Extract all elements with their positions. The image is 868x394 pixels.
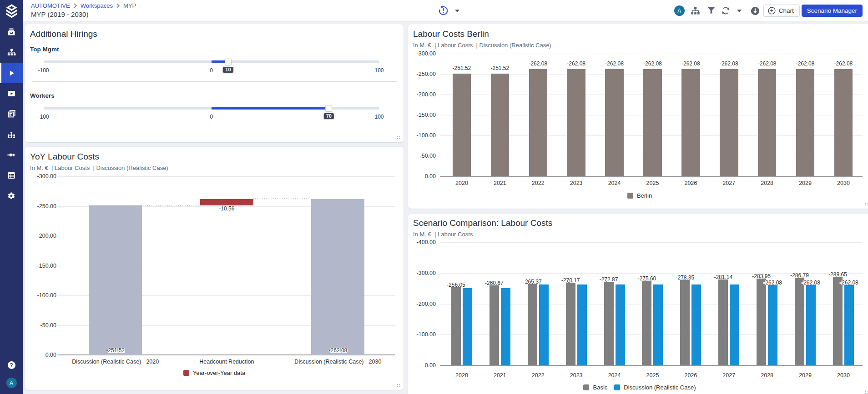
bar-berlin[interactable]	[681, 69, 700, 176]
bar-berlin[interactable]	[796, 69, 815, 176]
y-axis-tick-label: -300.00	[417, 50, 436, 57]
bar-basic[interactable]	[757, 278, 766, 365]
x-axis-category-label: 2021	[494, 180, 506, 186]
bar-data-label: -260.67	[485, 280, 504, 286]
history-dropdown-button[interactable]	[454, 9, 460, 13]
y-axis-tick-label: -50.00	[40, 322, 56, 329]
bar-discussion[interactable]	[616, 284, 625, 365]
chart-legend: BasicDiscussion (Realistic Case)	[408, 384, 868, 391]
bar-berlin[interactable]	[567, 69, 585, 176]
bar-data-label: -262.08	[681, 60, 700, 67]
card-resize-handle[interactable]	[865, 203, 868, 205]
refresh-button[interactable]	[721, 6, 730, 15]
bar-data-label: -262.08	[720, 60, 738, 67]
bar-basic[interactable]	[718, 279, 728, 365]
hierarchy-icon	[691, 7, 700, 15]
add-chart-button[interactable]: Chart	[763, 5, 800, 17]
hierarchy-button[interactable]	[691, 7, 700, 15]
bar-berlin[interactable]	[643, 69, 662, 176]
sidebar-item-data-flow[interactable]	[0, 145, 23, 165]
bar-berlin[interactable]	[758, 69, 777, 176]
bar-berlin[interactable]	[720, 69, 738, 176]
help-button[interactable]: ?	[8, 361, 15, 369]
bar-berlin[interactable]	[491, 74, 510, 176]
card-resize-handle[interactable]	[397, 384, 400, 387]
bar-basic[interactable]	[833, 276, 843, 365]
slider-value-badge: 10	[223, 67, 233, 73]
slider-handle[interactable]	[325, 105, 332, 112]
legend-item[interactable]: Discussion (Realistic Case)	[614, 384, 696, 391]
bar-discussion[interactable]	[653, 284, 663, 365]
x-axis-category-label: 2023	[570, 372, 583, 379]
slider-handle[interactable]	[225, 59, 232, 65]
play-icon	[6, 68, 16, 78]
x-axis-category-label: 2027	[722, 180, 735, 186]
bar-discussion[interactable]	[463, 288, 472, 365]
restore-history-button[interactable]	[438, 5, 449, 16]
legend-item[interactable]: Year-over-Year data	[183, 369, 245, 376]
breadcrumb-item-0[interactable]: AUTOMOTIVE	[31, 2, 70, 9]
x-axis-category-label: 2023	[570, 180, 583, 186]
bar-basic[interactable]	[528, 284, 537, 365]
resize-dot	[399, 136, 400, 137]
bar-discussion[interactable]	[539, 284, 549, 365]
bar-berlin[interactable]	[605, 69, 624, 176]
refresh-icon	[721, 6, 730, 15]
waterfall-connector	[253, 199, 312, 199]
sidebar-item-data-table[interactable]	[0, 165, 23, 185]
bar-discussion[interactable]	[806, 284, 816, 365]
legend-item[interactable]: Basic	[583, 384, 607, 391]
bar-berlin[interactable]	[453, 74, 471, 176]
breadcrumb-item-1[interactable]: Workspaces	[81, 2, 113, 9]
x-axis-category-label: 2020	[455, 372, 468, 379]
bar-basic[interactable]	[566, 282, 575, 365]
card-resize-handle[interactable]	[397, 136, 400, 139]
bar-discussion[interactable]	[577, 284, 587, 365]
legend-item[interactable]: Berlin	[627, 192, 652, 199]
header-avatar[interactable]: A	[674, 5, 685, 16]
bar-data-label: -256.05	[447, 282, 465, 288]
x-axis-category-label: 2020	[455, 180, 468, 186]
bar-discussion[interactable]	[501, 288, 510, 365]
bar-berlin[interactable]	[834, 69, 853, 176]
card-resize-handle[interactable]	[865, 391, 868, 394]
app-logo[interactable]	[0, 0, 23, 22]
scenario-manager-button[interactable]: Scenario Manager	[802, 5, 863, 17]
sidebar-item-archive[interactable]	[0, 22, 23, 42]
bar-basic[interactable]	[451, 287, 461, 365]
sidebar-item-reports[interactable]	[0, 104, 23, 124]
x-axis-category-label: 2024	[608, 180, 621, 186]
y-axis-tick-label: -300.00	[37, 173, 56, 180]
bar-basic[interactable]	[795, 277, 804, 365]
bar-basic[interactable]	[680, 279, 690, 365]
top-header: AUTOMOTIVEWorkspacesMYPMYP (2019 - 2030)…	[23, 0, 868, 21]
sidebar-avatar[interactable]: A	[6, 378, 17, 388]
waterfall-bar-total[interactable]	[311, 199, 364, 355]
bar-basic[interactable]	[642, 280, 651, 365]
bar-data-label: -262.08	[758, 60, 777, 67]
legend-swatch	[627, 193, 633, 199]
bar-basic[interactable]	[604, 281, 614, 365]
y-axis-tick-label: -250.00	[37, 203, 56, 209]
bar-data-label: -262.08	[567, 60, 585, 67]
waterfall-bar-delta[interactable]	[200, 199, 253, 205]
bar-basic[interactable]	[490, 285, 499, 365]
bar-data-label: -286.79	[790, 272, 809, 279]
sidebar-item-settings[interactable]	[0, 185, 23, 206]
waterfall-bar-total[interactable]	[89, 205, 142, 355]
bar-discussion[interactable]	[844, 284, 854, 365]
y-axis-tick-label: -250.00	[417, 71, 436, 77]
bar-berlin[interactable]	[529, 69, 548, 176]
download-button[interactable]	[751, 6, 760, 15]
sidebar-item-presentation[interactable]	[0, 83, 23, 104]
download-icon	[751, 6, 760, 15]
bar-discussion[interactable]	[768, 284, 777, 365]
resize-dot	[399, 384, 400, 385]
bar-discussion[interactable]	[730, 284, 739, 365]
bar-discussion[interactable]	[691, 284, 701, 365]
sidebar-item-sitemap[interactable]	[0, 42, 23, 63]
filter-button[interactable]	[707, 7, 715, 15]
sidebar-item-simulation[interactable]	[0, 63, 23, 83]
sidebar-item-model-tree[interactable]	[0, 124, 23, 145]
refresh-dropdown-button[interactable]	[737, 9, 742, 13]
